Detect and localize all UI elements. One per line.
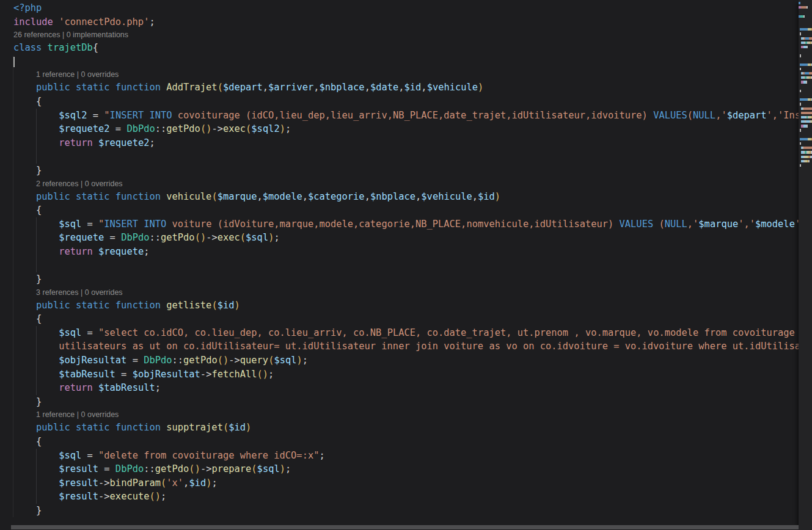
minimap-line (799, 85, 812, 88)
minimap-line (799, 15, 812, 18)
minimap-line (799, 116, 812, 118)
code-line-blank[interactable] (0, 55, 799, 69)
minimap-line (799, 50, 812, 53)
minimap-line (799, 107, 812, 110)
code-line[interactable]: { (0, 435, 799, 449)
minimap-line (799, 10, 812, 13)
code-area[interactable]: <?phpinclude 'connectPdo.php';26 referen… (0, 0, 799, 530)
code-line[interactable]: <?php (0, 1, 799, 15)
codelens-link[interactable]: 2 references | 0 overrides (0, 178, 799, 190)
minimap-line (799, 103, 812, 105)
codelens-link[interactable]: 26 references | 0 implementations (0, 29, 799, 41)
code-line[interactable]: $sql = "select co.idCO, co.lieu_dep, co.… (0, 326, 799, 340)
code-line[interactable]: return $requete; (0, 245, 799, 259)
horizontal-scrollbar[interactable] (11, 525, 799, 529)
code-lines: <?phpinclude 'connectPdo.php';26 referen… (0, 1, 799, 518)
minimap-line (799, 129, 812, 131)
code-editor: { "app": { "kind": "code-editor-php-view… (0, 0, 812, 530)
code-line[interactable]: public static function supptrajet($id) (0, 421, 799, 435)
minimap-line (799, 120, 812, 123)
codelens-link[interactable]: 1 reference | 0 overrides (0, 68, 799, 81)
minimap-line (799, 20, 812, 22)
code-line[interactable]: $sql2 = "INSERT INTO covoiturage (idCO,l… (0, 109, 799, 123)
minimap-line (799, 24, 812, 26)
code-line[interactable]: public static function AddTrajet($depart… (0, 81, 799, 95)
code-line[interactable]: $objResultat = DbPdo::getPdo()->query($s… (0, 354, 799, 368)
minimap-line (799, 28, 812, 31)
minimap-line (799, 98, 812, 101)
minimap-line (799, 138, 812, 140)
minimap-line (799, 6, 812, 9)
minimap-line (799, 68, 812, 70)
minimap-line (799, 2, 812, 4)
minimap-line (799, 156, 812, 158)
minimap-line (799, 90, 812, 92)
code-line[interactable]: } (0, 504, 799, 518)
code-line[interactable]: $result->execute(); (0, 490, 799, 504)
code-line[interactable]: } (0, 272, 799, 286)
minimap-line (799, 125, 812, 127)
code-line[interactable]: public static function vehicule($marque,… (0, 190, 799, 204)
code-line[interactable]: $requete2 = DbPdo::getPdo()->exec($sql2)… (0, 122, 799, 136)
code-line[interactable]: $tabResult = $objResultat->fetchAll(); (0, 368, 799, 382)
minimap-content (799, 2, 812, 167)
code-line-blank[interactable] (0, 259, 799, 273)
code-line[interactable]: } (0, 395, 799, 409)
minimap-line (799, 72, 812, 74)
minimap-line (799, 54, 812, 57)
code-line-blank[interactable] (0, 150, 799, 164)
code-line[interactable]: utilisateurs as ut on co.idUtilisateur= … (0, 339, 799, 354)
code-line[interactable]: { (0, 203, 799, 217)
minimap-line (799, 160, 812, 162)
code-line[interactable]: return $requete2; (0, 136, 799, 150)
minimap-line (799, 76, 812, 79)
minimap-line (799, 81, 812, 83)
code-line[interactable]: include 'connectPdo.php'; (0, 15, 799, 29)
minimap-line (799, 164, 812, 167)
minimap-line (799, 64, 812, 66)
code-line[interactable]: } (0, 164, 799, 178)
minimap-line (799, 134, 812, 136)
code-line[interactable]: $sql = "delete from covoiturage where id… (0, 449, 799, 463)
code-line[interactable]: $requete = DbPdo::getPdo()->exec($sql); (0, 231, 799, 245)
code-line[interactable]: { (0, 95, 799, 109)
code-line[interactable]: public static function getliste($id) (0, 299, 799, 313)
code-line[interactable]: return $tabResult; (0, 381, 799, 395)
code-line[interactable]: class trajetDb{ (0, 41, 799, 55)
minimap-line (799, 112, 812, 114)
minimap-line (799, 151, 812, 153)
code-line[interactable]: { (0, 312, 799, 326)
text-cursor (13, 57, 15, 67)
code-line[interactable]: $result->bindParam('x',$id); (0, 476, 799, 490)
minimap[interactable] (799, 0, 812, 530)
minimap-line (799, 37, 812, 40)
code-line[interactable]: $sql = "INSERT INTO voiture (idVoiture,m… (0, 217, 799, 231)
minimap-line (799, 59, 812, 61)
minimap-line (799, 46, 812, 48)
minimap-line (799, 147, 812, 149)
minimap-line (799, 32, 812, 35)
minimap-line (799, 142, 812, 145)
minimap-line (799, 42, 812, 44)
minimap-line (799, 94, 812, 96)
code-line[interactable]: $result = DbPdo::getPdo()->prepare($sql)… (0, 462, 799, 476)
codelens-link[interactable]: 3 references | 0 overrides (0, 286, 799, 299)
codelens-link[interactable]: 1 reference | 0 overrides (0, 408, 799, 421)
